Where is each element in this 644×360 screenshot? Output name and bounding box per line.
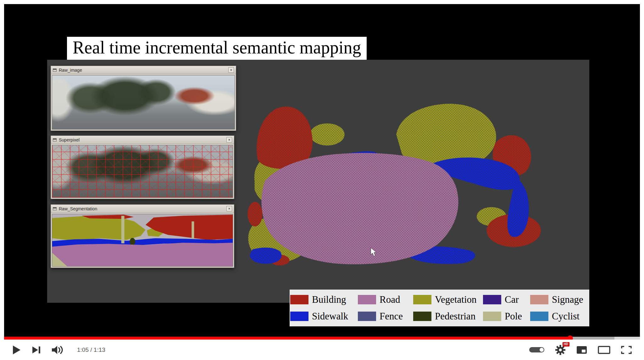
legend-label: Vegetation [435, 294, 477, 305]
pedestrian-swatch [413, 312, 431, 321]
fullscreen-icon [621, 346, 632, 354]
panel-raw-segmentation-title: Raw_Segmentation [59, 206, 226, 211]
panel-raw-image-content [52, 75, 235, 130]
right-controls: HD [529, 345, 632, 355]
legend-label: Road [380, 294, 400, 305]
legend-item-fence: Fence [357, 311, 413, 322]
superpixel-overlay-photo [52, 145, 233, 197]
legend-item-road: Road [357, 294, 413, 305]
legend-label: Building [312, 294, 346, 305]
progress-played [4, 337, 570, 340]
close-icon: × [226, 206, 232, 211]
legend-item-vegetation: Vegetation [413, 294, 482, 305]
fence-swatch [358, 312, 376, 321]
signage-swatch [530, 295, 548, 304]
segmentation-image [52, 214, 233, 266]
legend-item-car: Car [482, 294, 530, 305]
car-swatch [483, 295, 501, 304]
legend-label: Car [505, 294, 519, 305]
fullscreen-button[interactable] [621, 346, 632, 354]
legend-label: Pedestrian [435, 311, 475, 322]
progress-bar[interactable] [4, 337, 640, 340]
legend-item-pedestrian: Pedestrian [413, 311, 482, 322]
legend-label: Signage [552, 294, 583, 305]
youtube-player-page: Real time incremental semantic mapping [0, 0, 644, 360]
legend-row-2: Sidewalk Fence Pedestrian Pole Cyclist [290, 311, 589, 322]
panel-raw-image: Raw_image × [51, 66, 236, 131]
legend-item-building: Building [290, 294, 357, 305]
panel-superpixel-titlebar: Superpixel × [51, 136, 234, 144]
window-icon [53, 207, 57, 210]
theater-mode-button[interactable] [598, 346, 610, 354]
autoplay-knob [540, 348, 544, 352]
legend-item-signage: Signage [530, 294, 589, 305]
pole-swatch [483, 312, 501, 321]
window-icon [53, 69, 57, 72]
next-icon [32, 346, 41, 354]
pointcloud-dot-texture [224, 92, 589, 303]
legend-item-sidewalk: Sidewalk [290, 311, 357, 322]
road-swatch [358, 295, 376, 304]
left-controls: 1:05 / 1:13 [12, 345, 105, 355]
legend-label: Pole [505, 311, 522, 322]
legend-item-cyclist: Cyclist [530, 311, 589, 322]
legend-label: Sidewalk [312, 311, 348, 322]
video-slide-title: Real time incremental semantic mapping [67, 37, 367, 60]
panel-raw-image-title: Raw_image [59, 68, 228, 73]
theater-icon [598, 346, 610, 354]
class-legend: Building Road Vegetation Car Signage [290, 290, 589, 326]
sidewalk-swatch [290, 312, 308, 321]
panel-superpixel: Superpixel × [51, 136, 234, 199]
legend-item-pole: Pole [482, 311, 530, 322]
video-player-surface[interactable]: Real time incremental semantic mapping [4, 4, 640, 337]
mute-button[interactable] [52, 346, 64, 354]
window-icon [53, 138, 57, 141]
autoplay-toggle[interactable] [529, 347, 544, 352]
next-button[interactable] [32, 346, 41, 354]
street-photo [52, 75, 235, 129]
miniplayer-icon [576, 346, 587, 354]
hd-badge: HD [563, 342, 569, 346]
speaker-icon [52, 346, 64, 354]
legend-label: Fence [380, 311, 403, 322]
close-icon: × [226, 137, 232, 142]
panel-raw-image-titlebar: Raw_image × [51, 66, 236, 74]
panel-superpixel-title: Superpixel [59, 137, 226, 142]
player-controls: 1:05 / 1:13 [4, 340, 640, 360]
building-swatch [290, 295, 308, 304]
miniplayer-button[interactable] [576, 346, 587, 354]
panel-raw-segmentation-titlebar: Raw_Segmentation × [51, 205, 234, 213]
autoplay-pill [529, 347, 544, 352]
play-button[interactable] [12, 345, 21, 355]
vegetation-swatch [413, 295, 431, 304]
cyclist-swatch [530, 312, 548, 321]
legend-row-1: Building Road Vegetation Car Signage [290, 294, 589, 305]
panel-raw-segmentation: Raw_Segmentation × [51, 204, 234, 268]
time-display: 1:05 / 1:13 [77, 346, 105, 353]
legend-label: Cyclist [552, 311, 580, 322]
panel-superpixel-content [52, 145, 233, 198]
play-icon [12, 345, 21, 355]
panel-raw-segmentation-content [52, 214, 233, 267]
close-icon: × [228, 67, 234, 73]
